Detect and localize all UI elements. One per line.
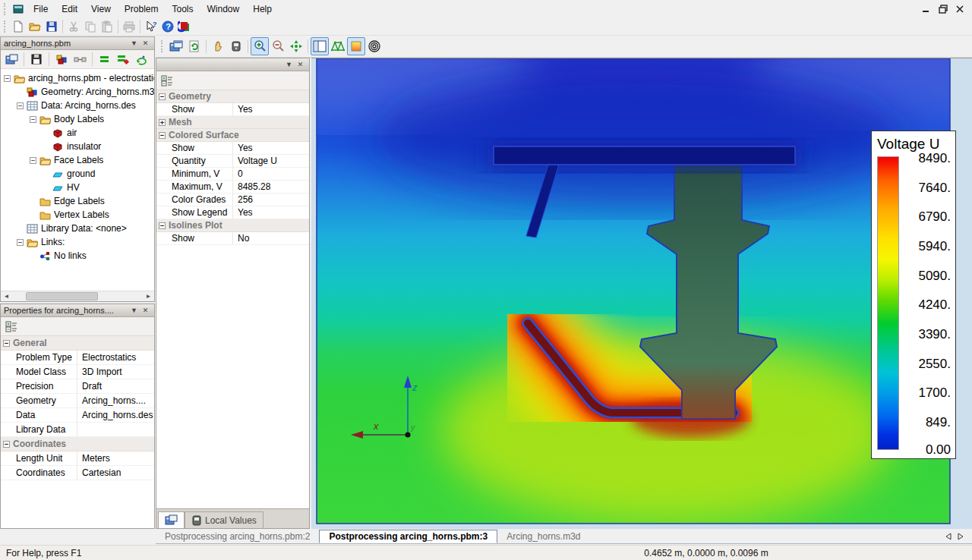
open-folder-icon[interactable] <box>27 18 43 35</box>
scrollbar-thumb[interactable] <box>26 292 98 300</box>
panel-menu-icon[interactable]: ▼ <box>128 39 140 49</box>
menu-window[interactable]: Window <box>200 2 247 17</box>
link-node-icon <box>39 251 52 261</box>
property-row: PrecisionDraft <box>1 379 154 394</box>
menu-view[interactable]: View <box>84 2 118 17</box>
cut-icon[interactable] <box>65 18 82 35</box>
collapse-icon[interactable]: − <box>17 102 24 109</box>
geometry-model-icon[interactable] <box>53 52 70 68</box>
categorized-view-icon[interactable] <box>159 73 175 89</box>
split-view-icon[interactable] <box>311 37 329 55</box>
tree-item-insulator[interactable]: insulator <box>1 140 154 153</box>
svg-text:?: ? <box>166 22 171 31</box>
print-icon[interactable] <box>121 18 137 35</box>
legend-value: 1700. <box>918 386 951 400</box>
rotate-3d-icon[interactable] <box>133 52 150 68</box>
scrollbar-track[interactable] <box>12 291 143 301</box>
tab-model-m3d[interactable]: Arcing_horns.m3d <box>497 530 589 543</box>
tab-scroll-left-icon[interactable] <box>945 533 951 540</box>
tab-local-values[interactable]: Local Values <box>185 511 264 528</box>
tab-postprocessing-3[interactable]: Postprocessing arcing_horns.pbm:3 <box>319 530 497 543</box>
collapse-icon[interactable]: − <box>4 75 11 82</box>
tree-horizontal-scrollbar[interactable]: ◄ ► <box>1 291 154 301</box>
minimize-icon[interactable] <box>922 5 931 14</box>
collapse-icon[interactable]: − <box>159 222 166 229</box>
paste-icon[interactable] <box>99 18 115 35</box>
legend-value: 8490. <box>918 152 951 165</box>
panel-menu-icon[interactable]: ▼ <box>128 306 140 316</box>
tree-item-geometry[interactable]: Geometry: Arcing_horns.m3d <box>1 85 154 99</box>
tree-item-vertex-labels[interactable]: Vertex Labels <box>1 208 154 222</box>
panel-close-icon[interactable]: ✕ <box>295 60 306 70</box>
zoom-in-icon[interactable] <box>251 37 269 55</box>
solve-results-icon[interactable] <box>115 52 131 68</box>
collapse-icon[interactable]: − <box>159 132 166 139</box>
copy-icon[interactable] <box>82 18 99 35</box>
axis-label-z: z <box>412 382 418 393</box>
tree-item-body-labels[interactable]: −Body Labels <box>1 112 154 126</box>
legend-color-bar <box>877 156 899 450</box>
quickfield-logo-icon[interactable] <box>176 18 193 35</box>
refresh-view-icon[interactable] <box>185 37 204 55</box>
tree-item-hv[interactable]: HV <box>1 181 154 194</box>
collapse-icon[interactable]: − <box>17 239 24 246</box>
tab-scroll-right-icon[interactable] <box>958 533 964 540</box>
property-row: ShowYes <box>156 103 309 116</box>
pan-icon[interactable] <box>209 37 227 55</box>
project-tree: −arcing_horns.pbm - electrostatics Geome… <box>1 69 154 289</box>
save-all-icon[interactable] <box>28 52 45 68</box>
menu-help[interactable]: Help <box>246 2 279 17</box>
new-document-icon[interactable] <box>10 18 27 35</box>
collapse-icon[interactable]: − <box>30 157 36 164</box>
collapse-icon[interactable]: − <box>159 93 166 100</box>
mesh-icon[interactable] <box>329 37 347 55</box>
toolbar-separator <box>118 20 118 33</box>
close-icon[interactable] <box>955 5 964 14</box>
solve-icon[interactable] <box>96 52 113 68</box>
help-icon[interactable]: ? <box>159 18 176 35</box>
tree-item-library-data[interactable]: Library Data: <none> <box>1 222 154 235</box>
tree-item-ground[interactable]: ground <box>1 167 154 181</box>
legend-value: 3390. <box>918 328 951 341</box>
save-icon[interactable] <box>43 18 60 35</box>
show-panels-icon[interactable] <box>167 37 185 55</box>
panel-close-icon[interactable]: ✕ <box>140 306 151 316</box>
zoom-out-icon[interactable] <box>269 37 287 55</box>
tree-item-data[interactable]: −Data: Arcing_horns.des <box>1 99 154 112</box>
context-help-icon[interactable]: ? <box>143 18 159 35</box>
collapse-icon[interactable]: − <box>30 116 36 123</box>
tree-item-air[interactable]: air <box>1 126 154 140</box>
tab-postprocessing-2[interactable]: Postprocessing arcing_horns.pbm:2 <box>156 530 319 543</box>
tree-item-problem[interactable]: −arcing_horns.pbm - electrostatics <box>1 71 154 85</box>
tree-item-edge-labels[interactable]: Edge Labels <box>1 194 154 208</box>
expand-icon[interactable]: + <box>159 119 166 126</box>
menu-problem[interactable]: Problem <box>118 2 166 17</box>
menu-file[interactable]: File <box>27 2 55 17</box>
viewport-canvas[interactable]: z x y Voltage U 8490. 7640. 6790. 5940. … <box>311 58 972 529</box>
tab-view-settings[interactable] <box>158 511 185 528</box>
restore-icon[interactable] <box>939 5 948 14</box>
tree-item-links[interactable]: −Links: <box>1 235 154 249</box>
isolines-icon[interactable] <box>365 37 383 55</box>
scroll-left-icon[interactable]: ◄ <box>1 291 12 301</box>
panel-menu-icon[interactable]: ▼ <box>283 60 295 70</box>
colored-surface-icon[interactable] <box>347 37 365 55</box>
tree-item-no-links[interactable]: No links <box>1 249 154 263</box>
toolbar-separator <box>92 52 93 66</box>
toolbar-separator <box>206 39 207 53</box>
links-icon[interactable] <box>71 52 88 68</box>
panel-close-icon[interactable]: ✕ <box>140 39 151 49</box>
show-panels-icon[interactable] <box>3 52 20 68</box>
zoom-to-fit-icon[interactable] <box>287 37 305 55</box>
menu-tools[interactable]: Tools <box>166 2 200 17</box>
collapse-icon[interactable]: − <box>3 340 10 347</box>
scroll-right-icon[interactable]: ► <box>143 291 154 301</box>
status-bar: For Help, press F1 0.4652 m, 0.0000 m, 0… <box>0 545 972 560</box>
local-values-probe-icon[interactable] <box>227 37 245 55</box>
tree-item-face-labels[interactable]: −Face Labels <box>1 153 154 167</box>
axis-label-x: x <box>373 420 379 432</box>
application-window: File Edit View Problem Tools Window Help… <box>0 0 972 560</box>
categorized-view-icon[interactable] <box>3 319 20 335</box>
menu-edit[interactable]: Edit <box>55 2 84 17</box>
collapse-icon[interactable]: − <box>3 441 10 448</box>
